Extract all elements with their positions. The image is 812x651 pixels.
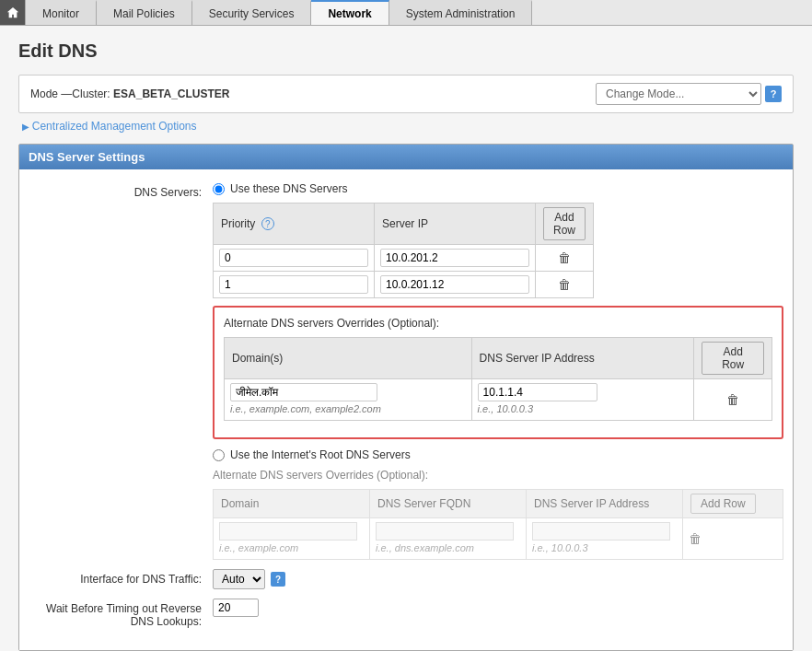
add-row-button-1[interactable]: Add Row xyxy=(543,207,586,240)
use-root-radio[interactable] xyxy=(213,449,225,461)
dns-servers-row: DNS Servers: Use these DNS Servers Prior… xyxy=(29,182,783,560)
alt-domain-input-0[interactable] xyxy=(230,383,377,401)
interface-row-inner: Auto ? xyxy=(213,569,783,589)
root-fqdn-hint: i.e., dns.example.com xyxy=(376,541,520,555)
use-root-radio-row: Use the Internet's Root DNS Servers xyxy=(213,448,783,461)
tab-mail-policies[interactable]: Mail Policies xyxy=(97,0,192,25)
delete-row-1-icon[interactable]: 🗑 xyxy=(558,277,571,292)
root-alt-dns-table: Domain DNS Server FQDN DNS Server IP Add… xyxy=(213,489,783,560)
alt-dns-table: Domain(s) DNS Server IP Address Add Row xyxy=(224,337,772,421)
alt-dns-overrides-box: Alternate DNS servers Overrides (Optiona… xyxy=(213,306,783,439)
root-ip-input[interactable] xyxy=(532,522,670,541)
alt-dns-ip-input-0[interactable] xyxy=(478,383,597,401)
alt-dns-label: Alternate DNS servers Overrides (Optiona… xyxy=(224,317,772,330)
cluster-name: ESA_BETA_CLUSTER xyxy=(113,87,229,100)
priority-input-0[interactable] xyxy=(219,249,368,267)
timeout-control: 20 xyxy=(213,599,783,617)
alt-domain-header: Domain(s) xyxy=(225,338,472,379)
priority-input-1[interactable] xyxy=(219,275,368,294)
root-domain-input[interactable] xyxy=(219,522,357,541)
server-ip-input-0[interactable] xyxy=(380,249,529,267)
root-ip-header: DNS Server IP Address xyxy=(527,490,683,518)
interface-help-button[interactable]: ? xyxy=(271,572,285,587)
interface-control: Auto ? xyxy=(213,569,783,589)
server-ip-input-1[interactable] xyxy=(380,275,529,294)
root-alt-dns-label: Alternate DNS servers Overrides (Optiona… xyxy=(213,469,783,482)
alt-delete-row-0-icon[interactable]: 🗑 xyxy=(726,392,739,407)
alt-ip-hint: i.e., 10.0.0.3 xyxy=(478,401,689,416)
dns-servers-label: DNS Servers: xyxy=(29,182,213,199)
root-domain-header: Domain xyxy=(214,490,370,518)
mode-bar: Mode —Cluster: ESA_BETA_CLUSTER Change M… xyxy=(18,75,794,113)
alt-dns-ip-header: DNS Server IP Address xyxy=(471,338,694,379)
root-add-row-button[interactable]: Add Row xyxy=(690,494,756,514)
timeout-input[interactable]: 20 xyxy=(213,599,259,617)
timeout-row: Wait Before Timing out Reverse DNS Looku… xyxy=(29,599,783,628)
interface-select[interactable]: Auto xyxy=(213,569,265,589)
dns-section-panel: DNS Server Settings DNS Servers: Use the… xyxy=(18,144,794,651)
change-mode-select[interactable]: Change Mode... xyxy=(596,83,761,105)
alt-dns-row-0: i.e., example.com, example2.com i.e., 10… xyxy=(225,379,772,421)
tab-security-services[interactable]: Security Services xyxy=(192,0,312,25)
priority-help-icon[interactable]: ? xyxy=(261,217,274,230)
mode-text: Mode —Cluster: ESA_BETA_CLUSTER xyxy=(30,87,230,100)
root-alt-row-0: i.e., example.com i.e., dns.example.com … xyxy=(214,518,783,560)
dns-server-table: Priority ? Server IP Add Row xyxy=(213,203,594,298)
root-fqdn-input[interactable] xyxy=(376,522,514,541)
delete-row-0-icon[interactable]: 🗑 xyxy=(558,250,571,265)
page-content: Edit DNS Mode —Cluster: ESA_BETA_CLUSTER… xyxy=(0,26,812,651)
root-fqdn-header: DNS Server FQDN xyxy=(370,490,527,518)
alt-domain-hint: i.e., example.com, example2.com xyxy=(230,401,466,416)
tab-monitor[interactable]: Monitor xyxy=(26,0,97,25)
server-ip-header: Server IP xyxy=(375,203,536,245)
interface-row: Interface for DNS Traffic: Auto ? xyxy=(29,569,783,589)
mode-right: Change Mode... ? xyxy=(596,83,782,105)
home-button[interactable] xyxy=(0,0,26,25)
mode-help-button[interactable]: ? xyxy=(765,86,782,102)
use-root-label[interactable]: Use the Internet's Root DNS Servers xyxy=(230,448,411,461)
priority-header: Priority ? xyxy=(214,203,375,245)
use-these-radio[interactable] xyxy=(213,183,225,195)
root-alt-dns-box: Alternate DNS servers Overrides (Optiona… xyxy=(213,469,783,560)
tab-system-administration[interactable]: System Administration xyxy=(389,0,533,25)
root-ip-hint: i.e., 10.0.0.3 xyxy=(532,541,677,555)
alt-add-row-button[interactable]: Add Row xyxy=(702,342,764,375)
root-domain-hint: i.e., example.com xyxy=(219,541,364,555)
top-navigation: Monitor Mail Policies Security Services … xyxy=(0,0,812,26)
dns-section-body: DNS Servers: Use these DNS Servers Prior… xyxy=(19,169,793,650)
centralized-management-link[interactable]: Centralized Management Options xyxy=(22,120,197,133)
dns-row-1: 🗑 xyxy=(214,272,594,298)
use-these-label[interactable]: Use these DNS Servers xyxy=(230,182,347,195)
tab-network[interactable]: Network xyxy=(311,0,389,25)
timeout-label: Wait Before Timing out Reverse DNS Looku… xyxy=(29,599,213,628)
use-these-radio-row: Use these DNS Servers xyxy=(213,182,783,195)
home-icon xyxy=(6,6,19,19)
interface-label: Interface for DNS Traffic: xyxy=(29,569,213,586)
dns-servers-control: Use these DNS Servers Priority ? Server … xyxy=(213,182,783,560)
root-delete-icon[interactable]: 🗑 xyxy=(689,531,702,546)
dns-section-header: DNS Server Settings xyxy=(19,145,793,169)
page-title: Edit DNS xyxy=(18,41,794,62)
dns-row-0: 🗑 xyxy=(214,245,594,272)
